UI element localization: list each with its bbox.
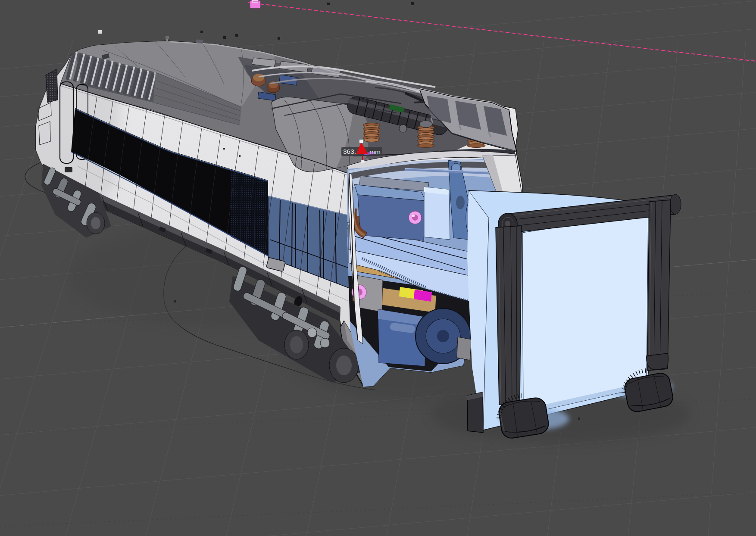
svg-text:363.: 363. xyxy=(343,148,356,155)
svg-text:mm: mm xyxy=(369,148,381,156)
